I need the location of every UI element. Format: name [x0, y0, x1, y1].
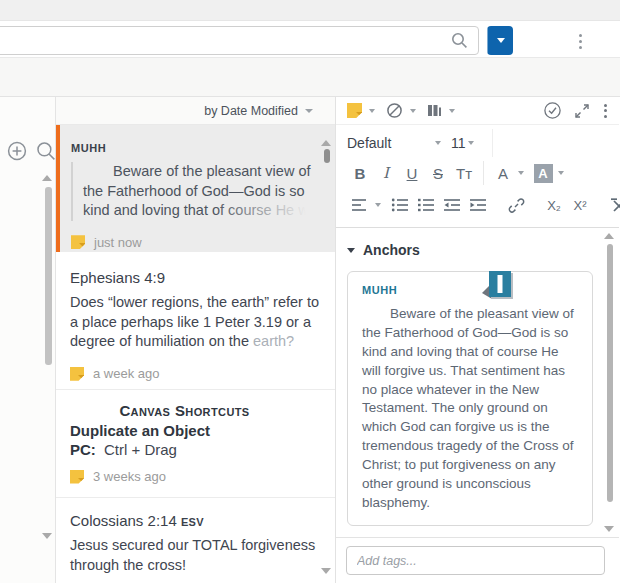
bold-button[interactable]: B — [347, 160, 373, 186]
tags-input[interactable] — [346, 546, 605, 575]
numbered-list-button[interactable] — [413, 192, 439, 218]
search-icon[interactable] — [451, 32, 468, 49]
note-line: Duplicate an Object — [70, 422, 311, 439]
chevron-down-icon[interactable] — [558, 171, 564, 175]
window-top-band — [0, 0, 620, 21]
books-icon — [427, 103, 442, 118]
italic-button[interactable]: I — [373, 160, 399, 186]
chevron-down-icon[interactable] — [518, 171, 524, 175]
topbar: New note — [0, 21, 620, 57]
anchor-text: Beware of the pleasant view of the Fathe… — [362, 305, 580, 513]
note-list-item-selected[interactable]: MUHH Beware of the pleasant view of the … — [56, 125, 335, 252]
link-button[interactable] — [503, 192, 529, 218]
notebook-filter-button[interactable] — [427, 103, 442, 118]
divider — [483, 161, 484, 185]
topbar-menu-icon[interactable] — [572, 29, 588, 53]
anchors-section-toggle[interactable]: Anchors — [347, 242, 593, 258]
expand-button[interactable] — [574, 103, 590, 119]
note-list-item[interactable]: Colossians 2:14 ESV Jesus secured our TO… — [56, 498, 335, 583]
expand-icon — [574, 103, 590, 119]
text-case-button[interactable]: Tᴛ — [451, 160, 477, 186]
subscript-button[interactable]: X₂ — [541, 192, 567, 218]
bullet-list-icon — [391, 197, 409, 213]
new-note-split-button: New note — [487, 26, 513, 55]
outdent-icon — [443, 197, 461, 213]
formatting-toolbar: Default 11 B I U S Tᴛ A — [336, 125, 619, 228]
chevron-down-icon — [435, 141, 441, 145]
note-timestamp: just now — [94, 235, 142, 250]
note-icon — [70, 470, 84, 484]
list-scroll-thumb[interactable] — [324, 149, 330, 163]
note-preview-quote: Beware of the pleasant view of the Fathe… — [71, 162, 323, 221]
note-meta: a week ago — [70, 366, 311, 381]
note-preview: Jesus secured our TOTAL forgiveness thro… — [70, 536, 324, 575]
list-scroll-up[interactable] — [321, 140, 331, 146]
resource-cursor-icon — [480, 269, 514, 305]
note-timestamp: a week ago — [93, 366, 160, 381]
new-note-dropdown-button[interactable] — [487, 26, 513, 55]
toolbar-band — [0, 57, 620, 97]
rail-scroll-up[interactable] — [42, 175, 52, 181]
note-list-item[interactable]: Canvas Shortcuts Duplicate an Object PC:… — [56, 390, 335, 498]
note-title: Colossians 2:14 ESV — [70, 498, 311, 529]
note-line: PC: Ctrl + Drag — [70, 441, 311, 458]
highlight-style-button[interactable] — [386, 102, 403, 119]
sort-control[interactable]: by Date Modified — [56, 97, 335, 125]
text-fade-overlay — [213, 202, 323, 221]
clear-formatting-icon — [610, 197, 620, 213]
note-title: Ephesians 4:9 — [70, 252, 311, 286]
translation-badge: ESV — [181, 516, 204, 528]
note-heading: Canvas Shortcuts — [70, 390, 311, 419]
add-notebook-icon[interactable] — [6, 140, 28, 162]
chevron-down-icon — [497, 38, 505, 43]
note-meta: 3 weeks ago — [70, 469, 311, 484]
clear-formatting-button[interactable] — [605, 192, 620, 218]
chevron-down-icon[interactable] — [369, 109, 375, 113]
note-title: MUHH — [71, 125, 311, 154]
chevron-down-icon — [347, 248, 355, 253]
done-button[interactable] — [543, 101, 562, 120]
indent-icon — [469, 197, 487, 213]
editor-scroll-thumb[interactable] — [607, 244, 613, 502]
search-input[interactable] — [3, 28, 433, 53]
chevron-down-icon[interactable] — [410, 109, 416, 113]
link-icon — [508, 197, 525, 214]
search-input-wrap — [0, 26, 479, 55]
note-meta: just now — [71, 235, 311, 250]
note-icon — [70, 367, 84, 381]
chevron-down-icon[interactable] — [449, 109, 455, 113]
note-icon — [71, 235, 85, 249]
editor-menu-icon[interactable] — [600, 104, 611, 118]
anchor-card[interactable]: MUHH Beware of the pleasant view of the … — [347, 271, 593, 526]
superscript-button[interactable]: X² — [567, 192, 593, 218]
chevron-down-icon — [305, 109, 313, 113]
rail-scroll-thumb[interactable] — [45, 187, 52, 365]
editor-content: Anchors MUHH Beware of the pleasant view… — [336, 228, 619, 537]
chevron-down-icon[interactable] — [375, 203, 381, 207]
main-area: by Date Modified MUHH Beware of the plea… — [0, 97, 620, 583]
strikethrough-button[interactable]: S — [425, 160, 451, 186]
underline-button[interactable]: U — [399, 160, 425, 186]
highlight-color-button[interactable]: A — [530, 160, 556, 186]
no-highlight-icon — [386, 102, 403, 119]
note-style-button[interactable] — [347, 103, 362, 118]
note-list-item[interactable]: Ephesians 4:9 Does “lower regions, the e… — [56, 252, 335, 390]
editor-scroll-down[interactable] — [604, 526, 614, 532]
list-scroll-down[interactable] — [321, 568, 331, 574]
outdent-button[interactable] — [439, 192, 465, 218]
indent-button[interactable] — [465, 192, 491, 218]
font-size-select[interactable]: 11 — [451, 135, 480, 151]
font-family-select[interactable]: Default — [347, 135, 447, 151]
font-color-button[interactable]: A — [490, 160, 516, 186]
bullet-list-button[interactable] — [387, 192, 413, 218]
rail-scroll-down[interactable] — [42, 533, 52, 539]
align-left-icon — [351, 197, 369, 213]
notes-list-panel: by Date Modified MUHH Beware of the plea… — [56, 97, 336, 583]
search-notebooks-icon[interactable] — [35, 140, 57, 162]
numbered-list-icon — [417, 197, 435, 213]
editor-scroll-up[interactable] — [604, 233, 614, 239]
editor-header — [336, 97, 619, 125]
align-button[interactable] — [347, 192, 373, 218]
sidebar-rail — [0, 97, 56, 583]
tags-section — [336, 537, 619, 583]
